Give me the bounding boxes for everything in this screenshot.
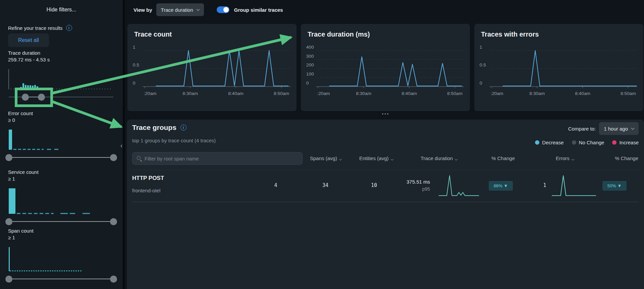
svg-text:1: 1	[480, 45, 482, 50]
decrease-dot-icon	[535, 140, 539, 145]
svg-text:0.5: 0.5	[480, 63, 486, 68]
legend-decrease: Decrease	[535, 140, 564, 145]
service-count-range-slider[interactable]	[8, 218, 114, 225]
column-label: Trace duration	[421, 155, 453, 161]
svg-text::20am: :20am	[144, 91, 156, 96]
chevron-down-icon	[631, 126, 635, 130]
trace-count-value: 4	[266, 182, 286, 188]
entities-avg-value: 10	[364, 182, 384, 188]
sidebar-collapse-chevron-icon[interactable]: ‹	[119, 141, 124, 150]
slider-handle-max[interactable]	[110, 276, 117, 283]
span-count-histogram	[8, 246, 114, 273]
svg-text:100: 100	[306, 72, 314, 77]
svg-text:0: 0	[306, 81, 309, 86]
svg-text:200: 200	[306, 63, 314, 68]
svg-text:8:50am: 8:50am	[621, 91, 636, 96]
slider-handle-min[interactable]	[5, 276, 12, 283]
svg-text:0: 0	[480, 81, 482, 86]
no-change-dot-icon	[572, 140, 576, 145]
svg-text::20am: :20am	[317, 91, 330, 96]
column-label: Errors	[556, 155, 570, 161]
trace-duration-sparkline	[438, 173, 480, 198]
trace-duration-chart: 4003002001000:20am8:30am8:40am8:50am	[304, 38, 467, 103]
chevron-down-icon	[390, 158, 393, 160]
chart-title: Trace duration (ms)	[308, 31, 470, 38]
filter-value: ≥ 0	[8, 117, 114, 124]
slider-handle-min[interactable]	[5, 218, 12, 225]
info-icon[interactable]	[66, 25, 72, 31]
error-count-range-slider[interactable]	[8, 154, 114, 161]
traces-with-errors-card: Traces with errors 10.50:20am8:30am8:40a…	[474, 24, 643, 111]
trace-duration-histogram	[8, 68, 114, 91]
slider-handle-max[interactable]	[38, 94, 45, 101]
filter-label: Service count	[8, 169, 114, 176]
slider-handle-max[interactable]	[110, 218, 117, 225]
chevron-down-icon	[196, 7, 200, 11]
chart-title: Trace count	[134, 31, 297, 38]
group-similar-traces-label: Group similar traces	[234, 7, 283, 13]
column-header-pct-change-errors: % Change	[608, 152, 638, 165]
svg-text:8:30am: 8:30am	[356, 91, 371, 96]
column-header-trace-duration[interactable]: Trace duration	[421, 152, 457, 165]
compare-to-value: 1 hour ago	[604, 126, 628, 132]
increase-dot-icon	[612, 140, 616, 145]
chevron-down-icon	[339, 158, 342, 160]
column-label: % Change	[615, 155, 638, 161]
root-span-filter-input[interactable]	[145, 156, 298, 161]
slider-handle-min[interactable]	[22, 94, 29, 101]
legend-no-change: No Change	[572, 140, 604, 145]
info-icon[interactable]	[180, 125, 186, 131]
view-by-dropdown[interactable]: Trace duration	[156, 3, 204, 16]
chart-title: Traces with errors	[481, 31, 643, 38]
filter-service-count: Service count ≥ 1	[8, 169, 114, 225]
refine-results-title: Refine your trace results	[8, 25, 63, 31]
filter-label: Span count	[8, 228, 114, 234]
column-label: Entities (avg)	[359, 155, 389, 161]
column-header-entities-avg[interactable]: Entities (avg)	[359, 152, 393, 165]
duration-change-badge: 86% ▼	[489, 181, 513, 191]
svg-text:8:40am: 8:40am	[575, 91, 590, 96]
trace-groups-subtitle: top 1 groups by trace count (4 traces)	[132, 138, 216, 143]
reset-all-button[interactable]: Reset all	[8, 34, 49, 47]
svg-text:8:30am: 8:30am	[529, 91, 545, 96]
change-legend: Decrease No Change Increase	[535, 140, 639, 145]
svg-text:0: 0	[133, 81, 136, 86]
column-header-errors[interactable]: Errors	[556, 152, 574, 165]
toggle-knob	[223, 7, 229, 12]
column-label: % Change	[491, 155, 515, 161]
error-count-histogram	[8, 128, 114, 151]
service-name: frontend-otel	[132, 188, 160, 193]
chevron-down-icon	[455, 158, 458, 160]
filter-label: Trace duration	[8, 50, 114, 56]
svg-text:1: 1	[133, 45, 136, 50]
column-header-pct-change-duration: % Change	[491, 152, 515, 165]
spans-avg-value: 34	[315, 182, 335, 188]
svg-text:8:40am: 8:40am	[228, 91, 244, 96]
trace-duration-card: Trace duration (ms) 4003002001000:20am8:…	[301, 24, 470, 111]
trace-group-row[interactable]: HTTP POST frontend-otel 4 34 10 375.51 m…	[132, 170, 639, 202]
slider-handle-min[interactable]	[5, 154, 12, 161]
group-similar-traces-toggle[interactable]	[217, 6, 229, 13]
trace-duration-range-slider[interactable]	[8, 93, 114, 101]
view-by-label: View by	[133, 7, 152, 13]
filter-error-count: Error count ≥ 0	[8, 110, 114, 161]
svg-text::20am: :20am	[490, 91, 503, 96]
filter-value: 259.72 ms - 4.53 s	[8, 56, 114, 63]
filter-value: ≥ 1	[8, 234, 114, 241]
svg-text:0.5: 0.5	[133, 63, 139, 68]
slider-handle-max[interactable]	[110, 154, 117, 161]
hide-filters-link[interactable]: Hide filters...	[0, 7, 123, 13]
trace-groups-title: Trace groups	[132, 124, 176, 132]
span-count-range-slider[interactable]	[8, 275, 114, 283]
compare-to-dropdown[interactable]: 1 hour ago	[599, 122, 639, 135]
column-header-spans-avg[interactable]: Spans (avg)	[310, 152, 341, 165]
legend-label: Increase	[619, 140, 639, 145]
trace-duration-stat: p95	[382, 186, 430, 192]
errors-change-badge: 50% ▼	[602, 181, 627, 191]
filter-value: ≥ 1	[8, 176, 114, 182]
svg-text:300: 300	[306, 54, 314, 59]
svg-text:8:50am: 8:50am	[274, 91, 289, 96]
trace-count-card: Trace count 10.50:20am8:30am8:40am8:50am	[127, 24, 297, 111]
panel-resize-handle[interactable]: •••	[372, 111, 399, 116]
legend-label: No Change	[579, 140, 604, 145]
